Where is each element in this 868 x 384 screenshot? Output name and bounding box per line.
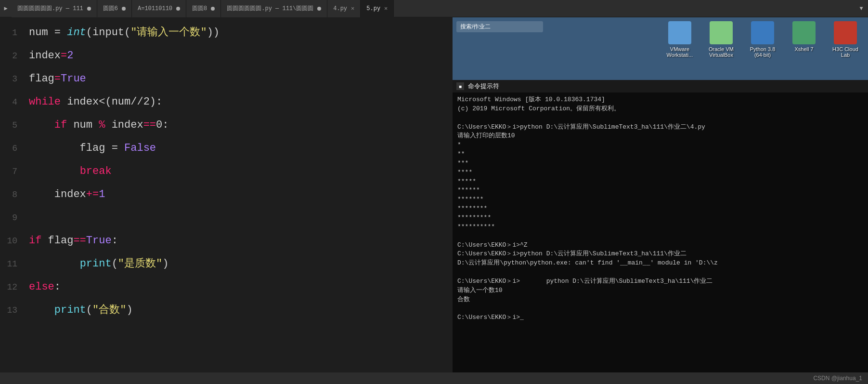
cmd-line-14: ********** — [457, 223, 863, 232]
tab-label-1: 圆圆6 — [103, 4, 118, 13]
code-token-2-1: = — [61, 50, 67, 62]
taskbar-search[interactable]: 搜索/作业二 — [456, 21, 543, 32]
desktop-icon-2[interactable]: Python 3.8 (64·bit) — [746, 21, 779, 58]
tab-label-5: 4.py — [333, 5, 347, 12]
cmd-line-9: ***** — [457, 177, 863, 186]
code-token-8-2: 1 — [99, 188, 105, 200]
desktop-icon-img-1 — [710, 21, 733, 44]
line-number-12: 12 — [0, 276, 25, 299]
tab-label-0: 圆圆圆圆圆圆.py — 111 — [17, 4, 83, 13]
cmd-line-12: ******** — [457, 204, 863, 213]
code-line-3: 3flag=True — [0, 67, 453, 91]
desktop-icon-0[interactable]: VMware Workstati... — [663, 21, 697, 58]
line-number-11: 11 — [0, 252, 25, 276]
line-number-5: 5 — [0, 114, 25, 137]
code-token-12-0: else — [29, 281, 54, 293]
tab-0[interactable]: 圆圆圆圆圆圆.py — 111 — [12, 0, 97, 17]
code-token-1-4: )) — [207, 26, 220, 39]
code-token-7-0 — [29, 165, 80, 177]
line-code-10: if flag==True: — [25, 229, 453, 252]
tab-label-3: 圆圆8 — [192, 4, 207, 13]
line-code-1: num = int(input("请输入一个数")) — [25, 21, 453, 44]
code-token-8-0: index — [29, 188, 86, 200]
tab-6[interactable]: 5.py✕ — [361, 0, 394, 17]
code-line-11: 11 print("是质数") — [0, 252, 453, 276]
code-token-10-3: True — [86, 235, 112, 247]
tab-scroll-left[interactable]: ▶ — [0, 0, 12, 17]
desktop-icon-img-2 — [751, 21, 774, 44]
code-token-13-2: ( — [86, 304, 92, 316]
code-token-12-1: : — [54, 281, 61, 293]
code-line-12: 12else: — [0, 276, 453, 299]
code-token-11-2: ( — [112, 258, 118, 270]
code-token-5-1: num — [67, 119, 99, 131]
code-line-1: 1num = int(input("请输入一个数")) — [0, 21, 453, 44]
line-code-8: index+=1 — [25, 183, 453, 206]
code-token-2-0: index — [29, 50, 61, 62]
cmd-line-10: ****** — [457, 186, 863, 195]
tab-dot-1 — [122, 7, 126, 11]
code-line-7: 7 break — [0, 160, 453, 183]
code-token-1-3: "请输入一个数" — [130, 26, 207, 39]
tab-dot-0 — [87, 7, 91, 11]
desktop-icon-label-1: Oracle VM VirtualBox — [704, 46, 738, 58]
cmd-line-8: **** — [457, 168, 863, 177]
code-token-13-1: print — [54, 304, 86, 316]
line-number-1: 1 — [0, 21, 25, 44]
code-content: 1num = int(input("请输入一个数"))2index=23flag… — [0, 17, 453, 372]
desktop-icon-img-4 — [834, 21, 857, 44]
code-line-4: 4while index<(num//2): — [0, 91, 453, 114]
desktop-icon-1[interactable]: Oracle VM VirtualBox — [704, 21, 738, 58]
line-number-2: 2 — [0, 44, 25, 67]
line-code-2: index=2 — [25, 44, 453, 67]
tab-close-5[interactable]: ✕ — [351, 5, 354, 12]
code-token-5-2: % — [99, 119, 105, 131]
line-number-10: 10 — [0, 229, 25, 252]
tab-more-button[interactable]: ▼ — [855, 0, 868, 17]
tab-1[interactable]: 圆圆6 — [97, 0, 132, 17]
cmd-line-0: Microsoft Windows [版本 10.0.18363.1734] — [457, 95, 863, 105]
line-code-11: print("是质数") — [25, 252, 453, 276]
code-token-5-4: == — [143, 119, 156, 131]
status-text: CSDN @jianhua_1 — [813, 375, 862, 382]
tab-label-2: A=10110110 — [138, 5, 172, 12]
cmd-titlebar: ■ 命令提示符 — [453, 80, 868, 93]
code-token-4-0: while — [29, 96, 61, 108]
code-token-13-4: ) — [126, 304, 132, 316]
line-number-6: 6 — [0, 137, 25, 160]
code-line-2: 2index=2 — [0, 44, 453, 67]
tab-label-6: 5.py — [366, 5, 380, 12]
code-token-3-2: True — [61, 73, 86, 85]
desktop-icon-label-4: H3C Cloud Lab — [829, 46, 862, 58]
code-token-5-5: 0: — [156, 119, 168, 131]
code-token-11-1: print — [80, 258, 112, 270]
status-bar: CSDN @jianhua_1 — [0, 372, 868, 384]
code-token-5-3: index — [105, 119, 143, 131]
code-token-4-1: index<(num//2): — [61, 96, 162, 108]
cmd-line-24: C:\Users\EKKO＞i>_ — [457, 313, 863, 322]
cmd-line-11: ******* — [457, 195, 863, 204]
cmd-line-20: C:\Users\EKKO＞i> python D:\云计算应用\Sublime… — [457, 277, 863, 286]
tab-2[interactable]: A=10110110 — [132, 0, 186, 17]
cmd-terminal[interactable]: Microsoft Windows [版本 10.0.18363.1734](c… — [453, 93, 868, 372]
line-code-6: flag = False — [25, 137, 453, 160]
tab-dot-4 — [317, 7, 321, 11]
code-token-3-0: flag — [29, 73, 54, 85]
tab-5[interactable]: 4.py✕ — [327, 0, 361, 17]
code-token-7-1: break — [80, 165, 112, 177]
code-line-5: 5 if num % index==0: — [0, 114, 453, 137]
desktop-icon-4[interactable]: H3C Cloud Lab — [829, 21, 862, 58]
line-code-5: if num % index==0: — [25, 114, 453, 137]
code-token-10-4: : — [112, 235, 118, 247]
cmd-line-22: 合数 — [457, 295, 863, 305]
code-token-13-0 — [29, 304, 54, 316]
tab-4[interactable]: 圆圆圆圆圆圆.py — 111\圆圆圆 — [221, 0, 327, 17]
line-code-13: print("合数") — [25, 299, 453, 322]
desktop-icon-3[interactable]: Xshell 7 — [787, 21, 821, 58]
cmd-line-3: C:\Users\EKKO＞i>python D:\云计算应用\SublimeT… — [457, 123, 863, 132]
cmd-line-1: (c) 2019 Microsoft Corporation。保留所有权利。 — [457, 105, 863, 114]
tab-dot-3 — [211, 7, 215, 11]
code-token-1-0: num = — [29, 26, 67, 39]
tab-3[interactable]: 圆圆8 — [186, 0, 221, 17]
tab-close-6[interactable]: ✕ — [384, 5, 388, 12]
